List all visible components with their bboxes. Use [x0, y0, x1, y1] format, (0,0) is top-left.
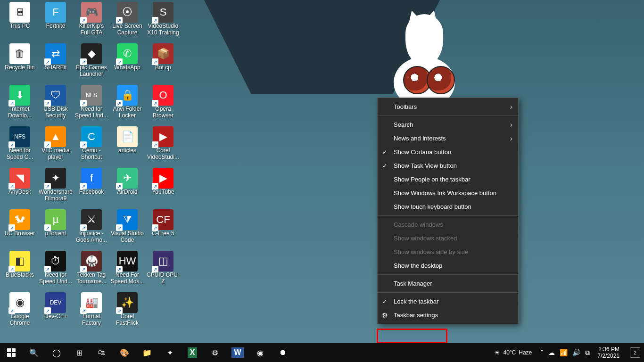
chrome-button[interactable]: ◉	[249, 343, 272, 362]
context-menu-item-label: Show Cortana button	[394, 148, 451, 156]
context-menu-item[interactable]: Show People on the taskbar	[378, 173, 518, 186]
excel-button[interactable]: X	[181, 343, 204, 362]
desktop-icon[interactable]: ✆↗WhatsApp	[109, 43, 145, 85]
desktop-icon[interactable]: C↗Cemu - Shortcut	[74, 126, 109, 168]
shortcut-arrow-icon: ↗	[116, 307, 123, 314]
app-icon: 🏭↗	[81, 292, 102, 313]
start-button[interactable]	[0, 343, 23, 362]
desktop-icon[interactable]: ◥↗AnyDesk	[2, 168, 38, 209]
desktop-icon[interactable]: NFS↗Need for Speed C...	[2, 126, 38, 168]
desktop-icon[interactable]: ⦿↗Live Screen Capture	[109, 2, 145, 43]
desktop-icon-label: Epic Games Launcher	[74, 65, 109, 78]
app-icon: ✦↗	[45, 168, 66, 189]
taskbar[interactable]: 🔍◯⊞🛍🎨📁✦X⚙W◉⏺ ☀ 40°C Haze ˄☁📶🔊⧉ 2:36 PM 7…	[0, 343, 644, 362]
shortcut-arrow-icon: ↗	[8, 141, 15, 148]
screen-recorder-button[interactable]: ⏺	[272, 343, 294, 362]
app-icon: NFS↗	[9, 126, 30, 147]
desktop-icon[interactable]: 🖥This PC	[2, 2, 38, 43]
desktop-icon[interactable]: HW↗Need For Speed Mos...	[109, 251, 145, 292]
desktop-icon[interactable]: f↗Facebook	[74, 168, 109, 209]
desktop-icon[interactable]: O↗Opera Browser	[145, 85, 181, 126]
desktop-icon[interactable]: ⏱↗Need for Speed Und...	[38, 251, 74, 292]
chevron-up-icon[interactable]: ˄	[540, 349, 544, 357]
paint-button[interactable]: 🎨	[113, 343, 136, 362]
desktop-icon[interactable]: 🗑Recycle Bin	[2, 43, 38, 85]
desktop-icon[interactable]: 🎮↗KillerKip's Full GTA	[74, 2, 109, 43]
context-menu-item[interactable]: ⚙Taskbar settings	[378, 308, 518, 322]
filmora-button[interactable]: ✦	[158, 343, 181, 362]
desktop-icon[interactable]: ⇄↗SHAREit	[38, 43, 74, 85]
context-menu-item[interactable]: ✓Show Task View button	[378, 159, 518, 173]
desktop-icon[interactable]: ⚔↗Injustice - Gods Amo...	[74, 209, 109, 251]
wifi-icon[interactable]: 📶	[560, 349, 568, 357]
desktop-icon[interactable]: NFS↗Need for Speed Und...	[74, 85, 109, 126]
desktop-icon[interactable]: 🐿↗UC Browser	[2, 209, 38, 251]
context-menu-item[interactable]: ✓Show Cortana button	[378, 145, 518, 159]
word-button[interactable]: W	[226, 343, 249, 362]
desktop-icon[interactable]: ✈↗AirDroid	[109, 168, 145, 209]
context-menu-separator	[378, 292, 518, 293]
app-icon: DEV↗	[45, 292, 66, 313]
desktop-icon[interactable]: 🥋↗Tekken Tag Tourname...	[74, 251, 109, 292]
desktop-icon-label: Wondershare Filmora9	[38, 189, 74, 202]
app-icon: µ↗	[45, 209, 66, 230]
desktop[interactable]: 🖥This PC🗑Recycle Bin⬇↗Internet Downlo...…	[0, 0, 644, 343]
app-icon: ⧩↗	[117, 209, 138, 230]
excel-icon: X	[188, 347, 198, 358]
desktop-icon[interactable]: ✦↗Wondershare Filmora9	[38, 168, 74, 209]
volume-icon[interactable]: 🔊	[572, 349, 580, 357]
desktop-icon[interactable]: ▶↗YouTube	[145, 168, 181, 209]
cortana-button[interactable]: ◯	[45, 343, 68, 362]
action-center-button[interactable]: 2	[630, 347, 640, 358]
app-icon: ◫↗	[153, 251, 173, 272]
cortana-icon: ◯	[52, 348, 61, 357]
desktop-icon[interactable]: 🏭↗Format Factory	[74, 292, 109, 334]
context-menu-item[interactable]: Search	[378, 118, 518, 132]
file-explorer-button[interactable]: 📁	[136, 343, 158, 362]
search-button[interactable]: 🔍	[23, 343, 45, 362]
desktop-icon-label: YouTube	[151, 189, 175, 196]
desktop-icon[interactable]: ▲↗VLC media player	[38, 126, 74, 168]
app-icon: ▶↗	[153, 126, 173, 147]
settings-button[interactable]: ⚙	[204, 343, 226, 362]
context-menu-item-label: Show windows stacked	[394, 235, 457, 242]
desktop-icon[interactable]: ◧↗BlueStacks	[2, 251, 38, 292]
app-icon: ◧↗	[9, 251, 30, 272]
desktop-icon[interactable]: ◆↗Epic Games Launcher	[74, 43, 109, 85]
app-icon: ✆↗	[117, 43, 138, 64]
desktop-icon-label: Dev-C++	[43, 313, 68, 320]
microsoft-store-button[interactable]: 🛍	[91, 343, 113, 362]
desktop-icon[interactable]: 📄articles	[109, 126, 145, 168]
context-menu-item[interactable]: Show the desktop	[378, 259, 518, 272]
context-menu-item[interactable]: ✓Lock the taskbar	[378, 295, 518, 308]
context-menu-item[interactable]: Show Windows Ink Workspace button	[378, 186, 518, 200]
dropbox-icon[interactable]: ⧉	[585, 349, 590, 357]
desktop-icon-label: C-Free 5	[151, 230, 175, 237]
desktop-icon[interactable]: 🛡↗USB Disk Security	[38, 85, 74, 126]
desktop-icon[interactable]: CF↗C-Free 5	[145, 209, 181, 251]
context-menu-item[interactable]: Task Manager	[378, 277, 518, 290]
context-menu-item[interactable]: Show touch keyboard button	[378, 200, 518, 214]
desktop-icon[interactable]: ▶↗Corel VideoStudi...	[145, 126, 181, 168]
context-menu-item[interactable]: Toolbars	[378, 100, 518, 114]
desktop-icon[interactable]: DEV↗Dev-C++	[38, 292, 74, 334]
task-view-button[interactable]: ⊞	[68, 343, 91, 362]
context-menu-item-label: Search	[394, 121, 413, 128]
desktop-icon[interactable]: µ↗µTorrent	[38, 209, 74, 251]
shortcut-arrow-icon: ↗	[44, 307, 51, 314]
desktop-icon[interactable]: ✨↗Corel FastFlick X10	[109, 292, 145, 334]
desktop-icon[interactable]: ⬇↗Internet Downlo...	[2, 85, 38, 126]
shortcut-arrow-icon: ↗	[80, 58, 87, 65]
desktop-icon[interactable]: 🔒↗Anvi Folder Locker	[109, 85, 145, 126]
desktop-icon[interactable]: 📦↗Bot cp	[145, 43, 181, 85]
clock[interactable]: 2:36 PM 7/2/2021	[594, 346, 623, 360]
desktop-icon[interactable]: FFortnite	[38, 2, 74, 43]
desktop-icon-label: Injustice - Gods Amo...	[74, 230, 109, 244]
weather-widget[interactable]: ☀ 40°C Haze	[494, 349, 532, 356]
desktop-icon[interactable]: ◫↗CPUID CPU-Z	[145, 251, 181, 292]
desktop-icon[interactable]: S↗VideoStudio X10 Training	[145, 2, 181, 43]
desktop-icon[interactable]: ◉↗Google Chrome	[2, 292, 38, 334]
context-menu-item[interactable]: News and interests	[378, 132, 518, 145]
onedrive-icon[interactable]: ☁	[548, 349, 555, 357]
desktop-icon[interactable]: ⧩↗Visual Studio Code	[109, 209, 145, 251]
